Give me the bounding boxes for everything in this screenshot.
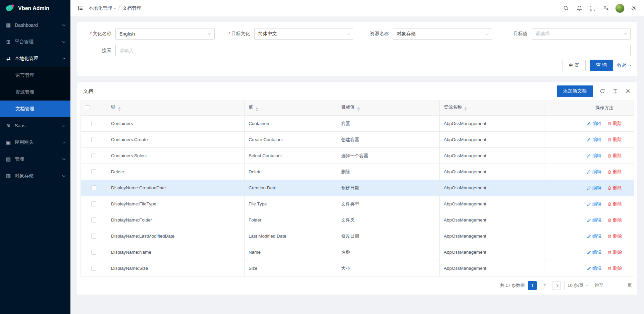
delete-button[interactable]: 删除 [607, 201, 622, 207]
search-label: 搜索 [84, 48, 111, 54]
page-size-select[interactable]: 10 条/页 [564, 281, 591, 290]
edit-button[interactable]: 编辑 [587, 185, 601, 191]
row-checkbox[interactable] [91, 250, 96, 255]
column-header-target-value[interactable]: 目标值 [337, 100, 440, 116]
query-button[interactable]: 查 询 [590, 60, 613, 71]
sidebar-subitem-document[interactable]: 文档管理 [0, 101, 70, 117]
translate-icon[interactable]: 文A [600, 3, 612, 14]
edit-button[interactable]: 编辑 [587, 153, 601, 159]
delete-button[interactable]: 删除 [607, 233, 622, 239]
row-checkbox[interactable] [91, 234, 96, 239]
row-checkbox[interactable] [91, 185, 96, 190]
column-settings-icon[interactable] [625, 88, 631, 95]
row-checkbox[interactable] [91, 266, 96, 271]
pencil-icon [587, 154, 591, 158]
sidebar-item-saas[interactable]: ⊕ Saas [0, 117, 70, 134]
settings-icon[interactable] [628, 3, 639, 14]
sidebar-item-platform[interactable]: ⊞ 平台管理 [0, 34, 70, 50]
table-row[interactable]: DisplayName:FileType File Type 文件类型 AbpO… [81, 196, 634, 212]
cell-value: Creation Date [245, 180, 337, 196]
edit-button[interactable]: 编辑 [587, 121, 601, 127]
table-row[interactable]: DisplayName:Folder Folder 文件夹 AbpOssMana… [81, 212, 634, 228]
cell-value: Name [245, 244, 337, 260]
fullscreen-icon[interactable] [587, 3, 598, 14]
sidebar-subitem-resource[interactable]: 资源管理 [0, 84, 70, 101]
edit-button[interactable]: 编辑 [587, 249, 601, 255]
target-value-select[interactable]: 请选择 [532, 28, 631, 40]
column-header-key[interactable]: 键 [107, 100, 245, 116]
edit-button[interactable]: 编辑 [587, 233, 601, 239]
delete-button[interactable]: 删除 [607, 265, 622, 271]
edit-button[interactable]: 编辑 [587, 137, 601, 143]
delete-button[interactable]: 删除 [607, 153, 622, 159]
gateway-icon: ▣ [5, 139, 11, 145]
row-checkbox[interactable] [91, 217, 96, 223]
row-checkbox[interactable] [91, 121, 96, 126]
sidebar-item-localization[interactable]: ⇄ 本地化管理 [0, 50, 70, 67]
delete-button[interactable]: 删除 [607, 121, 622, 127]
cell-resource-name: AbpOssManagement [440, 260, 544, 276]
sidebar-item-management[interactable]: ▤ 管理 [0, 151, 70, 168]
table-row[interactable]: Containers Containers 容器 AbpOssManagemen… [81, 116, 634, 132]
table-row[interactable]: Delete Delete 删除 AbpOssManagement 编辑 删除 [81, 164, 634, 180]
sort-carets-icon [118, 107, 121, 111]
chevron-down-icon [485, 32, 488, 35]
cell-target-value: 选择一个容器 [337, 148, 440, 164]
menu-fold-icon[interactable] [76, 4, 85, 13]
row-height-icon[interactable] [612, 88, 619, 95]
delete-button[interactable]: 删除 [607, 217, 622, 223]
reset-button[interactable]: 重 置 [562, 60, 586, 71]
culture-select[interactable]: English [115, 28, 215, 40]
page-2-button[interactable]: 2 [540, 281, 549, 290]
cell-target-value: 大小 [337, 260, 440, 276]
column-header-value[interactable]: 值 [245, 100, 337, 116]
next-page-button[interactable] [552, 281, 561, 290]
add-document-button[interactable]: 添加新文档 [557, 85, 593, 97]
table-row[interactable]: Containers:Create Create Container 创建容器 … [81, 132, 634, 148]
refresh-icon[interactable] [599, 88, 606, 95]
resource-name-select[interactable]: 对象存储 [393, 28, 492, 40]
column-header-empty [544, 100, 575, 116]
cell-key: Containers:Create [107, 132, 245, 148]
app-logo[interactable]: Vben Admin [0, 0, 70, 17]
notification-icon[interactable] [574, 3, 585, 14]
cell-target-value: 文件夹 [337, 212, 440, 228]
edit-button[interactable]: 编辑 [587, 169, 601, 175]
page-1-button[interactable]: 1 [528, 281, 537, 290]
row-checkbox[interactable] [91, 169, 96, 174]
sidebar-item-storage[interactable]: ▥ 对象存储 [0, 168, 70, 184]
delete-button[interactable]: 删除 [607, 169, 622, 175]
table-row[interactable]: DisplayName:Name Name 名称 AbpOssManagemen… [81, 244, 634, 260]
edit-button[interactable]: 编辑 [587, 217, 601, 223]
delete-button[interactable]: 删除 [607, 137, 622, 143]
row-checkbox[interactable] [91, 201, 96, 206]
table-row[interactable]: Containers:Select Select Container 选择一个容… [81, 148, 634, 164]
search-icon[interactable] [560, 3, 572, 14]
select-all-checkbox[interactable] [85, 105, 90, 110]
cell-value: File Type [245, 196, 337, 212]
table-row[interactable]: DisplayName:LastModifiedDate Last Modifi… [81, 228, 634, 244]
sidebar-item-dashboard[interactable]: ▦ Dashboard [0, 17, 70, 34]
delete-button[interactable]: 删除 [607, 185, 622, 191]
delete-button[interactable]: 删除 [607, 249, 622, 255]
trash-icon [607, 234, 611, 238]
sidebar-item-gateway[interactable]: ▣ 应用网关 [0, 134, 70, 151]
storage-icon: ▥ [5, 173, 11, 179]
resource-name-label: 资源名称 [361, 31, 389, 37]
collapse-link[interactable]: 收起 [617, 62, 631, 68]
target-culture-select[interactable]: 简体中文 [254, 28, 354, 40]
table-row[interactable]: DisplayName:Size Size 大小 AbpOssManagemen… [81, 260, 634, 276]
row-checkbox[interactable] [91, 153, 96, 158]
edit-button[interactable]: 编辑 [587, 201, 601, 207]
breadcrumb-parent[interactable]: 本地化管理 [89, 5, 116, 11]
jump-page-input[interactable] [607, 281, 624, 290]
column-header-resource-name[interactable]: 资源名称 [440, 100, 544, 116]
cell-key: DisplayName:FileType [107, 196, 245, 212]
row-checkbox[interactable] [91, 137, 96, 142]
trash-icon [607, 218, 611, 222]
search-input[interactable] [115, 45, 631, 56]
avatar[interactable] [615, 4, 625, 13]
sidebar-subitem-language[interactable]: 语言管理 [0, 67, 70, 84]
edit-button[interactable]: 编辑 [587, 265, 601, 271]
table-row[interactable]: DisplayName:CreationDate Creation Date 创… [81, 180, 634, 196]
